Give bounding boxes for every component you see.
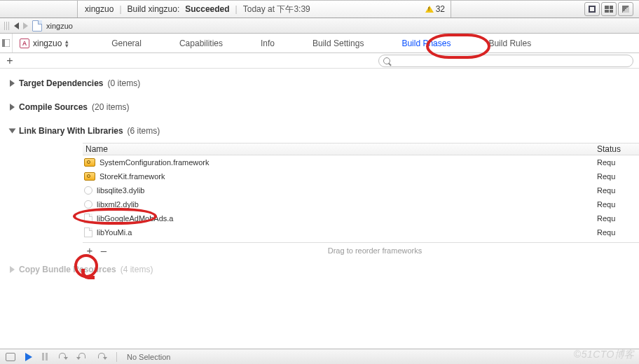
jump-bar-path[interactable]: xingzuo <box>46 22 73 30</box>
phase-link-binary[interactable]: Link Binary With Libraries (6 items) <box>0 119 639 143</box>
step-into-button[interactable] <box>77 353 87 361</box>
debug-selection: No Selection <box>127 353 170 361</box>
phase-search <box>378 55 633 67</box>
table-row[interactable]: libsqlite3.dylibRequ <box>83 183 639 197</box>
square-icon <box>589 6 596 13</box>
phase-count: (6 items) <box>128 126 160 136</box>
diagonal-icon <box>622 6 629 13</box>
warning-count: 32 <box>436 4 445 14</box>
table-row[interactable]: SystemConfiguration.frameworkRequ <box>83 155 639 169</box>
separator: | <box>235 4 238 14</box>
footer-hint: Drag to reorder frameworks <box>111 246 639 255</box>
step-over-button[interactable] <box>57 353 67 361</box>
separator: | <box>119 4 121 14</box>
build-phases-list: Target Dependencies (0 items) Compile So… <box>0 69 639 349</box>
dylib-icon <box>84 186 92 195</box>
table-row[interactable]: libxml2.dylibRequ <box>83 197 639 211</box>
phase-title: Copy Bundle Resources <box>19 265 116 274</box>
nav-forward-button[interactable] <box>23 22 28 29</box>
phase-count: (4 items) <box>121 265 153 274</box>
phase-compile-sources[interactable]: Compile Sources (20 items) <box>0 95 639 119</box>
tab-capabilities[interactable]: Capabilities <box>178 36 224 51</box>
standard-editor-button[interactable] <box>584 2 600 16</box>
library-status[interactable]: Requ <box>597 158 639 167</box>
library-name: SystemConfiguration.framework <box>99 158 597 167</box>
search-input[interactable] <box>393 56 628 66</box>
svg-rect-1 <box>2 39 5 47</box>
version-editor-button[interactable] <box>618 2 633 16</box>
tab-info[interactable]: Info <box>259 36 276 51</box>
tab-general[interactable]: General <box>110 36 143 51</box>
activity-viewer: xingzuo | Build xingzuo: Succeeded | Tod… <box>77 1 451 18</box>
disclosure-triangle-icon <box>10 266 15 273</box>
library-status[interactable]: Requ <box>597 228 639 237</box>
dylib-icon <box>84 200 92 209</box>
library-name: libsqlite3.dylib <box>97 186 597 195</box>
phase-title: Link Binary With Libraries <box>19 126 123 136</box>
tab-build-settings[interactable]: Build Settings <box>311 36 365 51</box>
panes-icon <box>605 6 613 13</box>
continue-button[interactable] <box>25 353 32 361</box>
project-file-icon <box>32 20 42 31</box>
phase-count: (0 items) <box>107 78 140 88</box>
table-row[interactable]: libGoogleAdMobAds.aRequ <box>83 211 639 225</box>
table-row[interactable]: libYouMi.aRequ <box>83 225 639 239</box>
remove-library-button[interactable]: – <box>97 244 111 256</box>
related-items-icon[interactable] <box>4 22 10 30</box>
editor-tabs: General Capabilities Info Build Settings… <box>74 36 639 51</box>
scheme-name: xingzuo <box>85 4 114 14</box>
afile-icon <box>84 227 92 237</box>
phase-title: Compile Sources <box>19 102 88 112</box>
editor-mode-toolbar <box>584 2 633 16</box>
warning-badge[interactable]: 32 <box>425 4 445 14</box>
library-name: StoreKit.framework <box>99 172 597 181</box>
updown-icon: ▴▾ <box>65 39 67 48</box>
target-name: xingzuo <box>33 38 62 48</box>
afile-icon <box>84 214 92 223</box>
library-status[interactable]: Requ <box>597 200 639 209</box>
target-selector[interactable]: xingzuo ▴▾ <box>13 34 74 52</box>
disclosure-triangle-icon <box>9 129 16 134</box>
app-icon <box>20 38 29 48</box>
library-status[interactable]: Requ <box>597 214 639 223</box>
disclosure-triangle-icon <box>10 80 15 87</box>
column-status[interactable]: Status <box>597 144 639 154</box>
tab-build-rules[interactable]: Build Rules <box>487 36 532 51</box>
watermark: ©51CTO博客 <box>574 349 635 361</box>
search-icon <box>383 57 390 64</box>
table-header: Name Status <box>83 143 639 155</box>
library-name: libxml2.dylib <box>97 200 597 209</box>
library-status[interactable]: Requ <box>597 186 639 195</box>
library-name: libGoogleAdMobAds.a <box>97 214 597 223</box>
framework-icon <box>84 158 95 167</box>
phase-copy-bundle-resources[interactable]: Copy Bundle Resources (4 items) <box>0 258 639 281</box>
assistant-editor-button[interactable] <box>601 2 617 16</box>
hide-debug-area-button[interactable] <box>6 353 15 361</box>
build-result: Succeeded <box>185 4 229 14</box>
phase-count: (20 items) <box>92 102 129 112</box>
pause-icon <box>42 353 48 360</box>
link-libraries-footer: + – Drag to reorder frameworks <box>83 242 639 258</box>
table-row[interactable]: StoreKit.frameworkRequ <box>83 169 639 183</box>
library-status[interactable]: Requ <box>597 172 639 181</box>
phases-toolbar: + <box>0 53 639 69</box>
framework-icon <box>84 172 95 181</box>
targets-list-toggle[interactable] <box>0 34 13 52</box>
debug-bar: No Selection <box>0 349 639 364</box>
library-name: libYouMi.a <box>97 228 597 237</box>
add-build-phase-button[interactable]: + <box>4 55 15 66</box>
add-library-button[interactable]: + <box>83 244 97 256</box>
disclosure-triangle-icon <box>10 104 15 111</box>
build-prefix: Build xingzuo: <box>128 4 180 14</box>
phase-target-dependencies[interactable]: Target Dependencies (0 items) <box>0 71 639 95</box>
build-time: Today at 下午3:39 <box>243 4 310 15</box>
warning-icon <box>425 6 434 13</box>
jump-bar: xingzuo <box>0 18 639 34</box>
nav-back-button[interactable] <box>14 22 19 29</box>
tab-build-phases[interactable]: Build Phases <box>400 36 452 51</box>
target-editor-bar: xingzuo ▴▾ General Capabilities Info Bui… <box>0 34 639 53</box>
xcode-status-bar: xingzuo | Build xingzuo: Succeeded | Tod… <box>0 0 639 18</box>
link-libraries-table: Name Status SystemConfiguration.framewor… <box>83 143 639 239</box>
column-name[interactable]: Name <box>83 144 597 154</box>
step-out-button[interactable] <box>97 353 106 361</box>
